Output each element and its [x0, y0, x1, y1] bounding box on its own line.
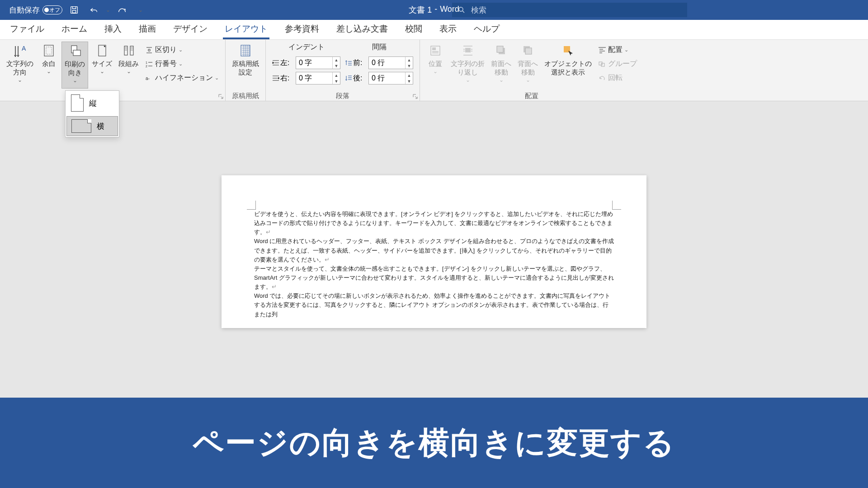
columns-icon	[122, 43, 136, 58]
orientation-portrait[interactable]: 縦	[66, 91, 119, 115]
up-arrow[interactable]: ▲	[333, 57, 340, 63]
tab-help[interactable]: ヘルプ	[472, 19, 501, 39]
spacing-before-input[interactable]	[369, 58, 405, 68]
redo-button[interactable]	[116, 4, 128, 16]
tab-layout[interactable]: レイアウト	[223, 19, 269, 39]
page-setup-launcher[interactable]	[218, 94, 224, 100]
manuscript-settings-button[interactable]: 原稿用紙 設定	[229, 42, 262, 89]
autosave-toggle[interactable]: 自動保存 オフ	[9, 5, 62, 15]
margins-icon	[42, 43, 56, 58]
ribbon: A 文字列の 方向 ⌄ 余白 ⌄ 印刷の 向き ⌄ サイズ ⌄ 段組み	[0, 40, 868, 101]
indent-header: インデント	[272, 42, 340, 52]
send-backward-icon	[521, 43, 535, 58]
spacing-after-input[interactable]	[369, 73, 405, 83]
send-backward-button[interactable]: 背面へ 移動 ⌄	[515, 42, 541, 89]
indent-left-spinner[interactable]: ▲▼	[296, 56, 340, 69]
svg-text:1: 1	[146, 61, 147, 64]
wrap-text-button[interactable]: 文字列の折 り返し ⌄	[448, 42, 487, 89]
spacing-after-spinner[interactable]: ▲▼	[368, 72, 413, 84]
rotate-button[interactable]: 回転	[595, 71, 640, 84]
margins-button[interactable]: 余白 ⌄	[37, 42, 61, 89]
position-button[interactable]: 位置 ⌄	[424, 42, 447, 89]
body-text[interactable]: テーマとスタイルを使って、文書全体の統一感を出すこともできます。[デザイン] を…	[254, 264, 614, 291]
tab-insert[interactable]: 挿入	[103, 19, 123, 39]
down-arrow[interactable]: ▼	[333, 63, 340, 69]
svg-rect-1	[72, 10, 75, 13]
undo-button[interactable]	[88, 4, 100, 16]
svg-rect-19	[497, 46, 503, 52]
line-numbers-icon: 12	[145, 60, 153, 68]
orientation-icon	[68, 44, 82, 58]
page: ビデオを使うと、伝えたい内容を明確に表現できます。[オンライン ビデオ] をクリ…	[222, 175, 646, 328]
instruction-banner: ページの向きを横向きに変更する	[0, 398, 868, 488]
indent-right-label: 右:	[272, 74, 294, 83]
svg-rect-0	[71, 7, 78, 14]
svg-text:a-: a-	[146, 76, 150, 81]
svg-rect-21	[525, 48, 532, 54]
body-text[interactable]: Word に用意されているヘッダー、フッター、表紙、テキスト ボックス デザイン…	[254, 237, 614, 264]
autosave-label: 自動保存	[9, 5, 40, 15]
selection-pane-button[interactable]: オブジェクトの 選択と表示	[542, 42, 594, 89]
undo-dropdown[interactable]: ⌄	[106, 7, 110, 13]
spacing-before-label: 前:	[345, 58, 367, 68]
hyphenation-button[interactable]: a- ハイフネーション⌄	[142, 71, 222, 84]
group-icon	[598, 61, 606, 67]
group-objects-button[interactable]: グループ	[595, 57, 640, 70]
columns-button[interactable]: 段組み ⌄	[116, 42, 142, 89]
tab-review[interactable]: 校閲	[403, 19, 424, 39]
svg-rect-16	[432, 47, 436, 50]
search-box[interactable]: 検索	[452, 3, 687, 17]
indent-right-spinner[interactable]: ▲▼	[296, 72, 340, 84]
position-icon	[428, 43, 443, 58]
svg-rect-17	[465, 48, 471, 52]
window-title: 文書 1 - Word	[409, 5, 459, 15]
group-paragraph: インデント 左: ▲▼ 右: ▲▼ 間隔 前: ▲▼	[266, 40, 420, 101]
size-button[interactable]: サイズ ⌄	[89, 42, 115, 89]
group-arrange: 位置 ⌄ 文字列の折 り返し ⌄ 前面へ 移動 ⌄ 背面へ 移動 ⌄ オブジェク…	[420, 40, 643, 101]
banner-text: ページの向きを横向きに変更する	[193, 422, 675, 464]
tab-mailings[interactable]: 差し込み文書	[335, 19, 390, 39]
indent-right-input[interactable]	[296, 73, 332, 83]
bring-forward-icon	[494, 43, 509, 58]
titlebar: 自動保存 オフ ⌄ ⌄ 文書 1 - Word 検索	[0, 0, 868, 20]
rotate-icon	[598, 75, 606, 81]
text-direction-button[interactable]: A 文字列の 方向 ⌄	[4, 42, 36, 89]
spacing-before-spinner[interactable]: ▲▼	[368, 56, 413, 69]
body-text[interactable]: Word では、必要に応じてその場に新しいボタンが表示されるため、効率よく操作を…	[254, 291, 614, 319]
ribbon-tabs: ファイル ホーム 挿入 描画 デザイン レイアウト 参考資料 差し込み文書 校閲…	[0, 20, 868, 40]
tab-home[interactable]: ホーム	[60, 19, 89, 39]
breaks-button[interactable]: 区切り⌄	[142, 43, 222, 56]
tab-draw[interactable]: 描画	[137, 19, 158, 39]
paragraph-launcher[interactable]	[412, 94, 419, 100]
qat-customize[interactable]: ⌄	[138, 7, 143, 13]
orientation-landscape[interactable]: 横	[66, 116, 118, 136]
group-manuscript: 原稿用紙 設定 原稿用紙	[226, 40, 266, 101]
tab-view[interactable]: 表示	[438, 19, 458, 39]
landscape-icon	[71, 119, 91, 133]
align-button[interactable]: 配置⌄	[595, 43, 640, 56]
manuscript-icon	[238, 43, 253, 58]
svg-rect-7	[73, 50, 80, 56]
line-numbers-button[interactable]: 12 行番号⌄	[142, 57, 222, 70]
tab-file[interactable]: ファイル	[8, 19, 46, 39]
search-placeholder: 検索	[471, 5, 486, 15]
selection-pane-icon	[561, 43, 576, 58]
wrap-icon	[461, 43, 475, 58]
tab-references[interactable]: 参考資料	[283, 19, 321, 39]
indent-left-input[interactable]	[296, 58, 332, 68]
crop-mark	[247, 201, 256, 210]
svg-text:A: A	[22, 45, 26, 52]
orientation-button[interactable]: 印刷の 向き ⌄	[61, 42, 88, 89]
body-text[interactable]: ビデオを使うと、伝えたい内容を明確に表現できます。[オンライン ビデオ] をクリ…	[254, 210, 614, 237]
breaks-icon	[145, 46, 153, 54]
bring-forward-button[interactable]: 前面へ 移動 ⌄	[488, 42, 514, 89]
spacing-header: 間隔	[345, 42, 413, 52]
orientation-dropdown: 縦 横	[65, 90, 119, 137]
tab-design[interactable]: デザイン	[171, 19, 209, 39]
save-icon[interactable]	[68, 4, 80, 16]
indent-left-label: 左:	[272, 58, 294, 68]
spacing-after-label: 後:	[345, 74, 367, 83]
size-icon	[95, 43, 109, 58]
svg-text:2: 2	[146, 65, 147, 68]
text-direction-icon: A	[13, 43, 27, 58]
